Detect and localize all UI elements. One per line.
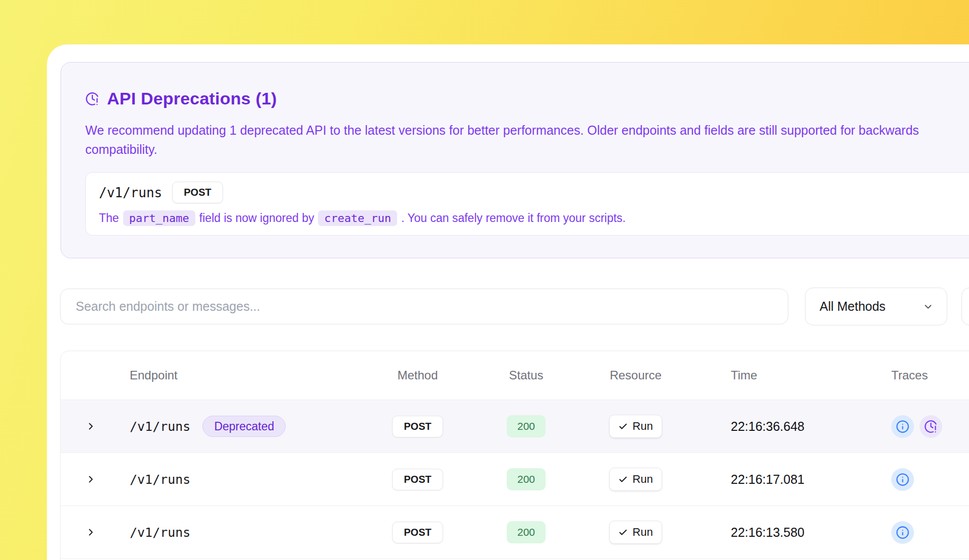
clock-alert-icon <box>85 92 99 106</box>
info-icon[interactable] <box>891 521 914 544</box>
table-row: /v1/runs POST 200 Run 22:16:13.580 <box>61 506 969 559</box>
endpoint-cell: /v1/runs <box>130 525 190 540</box>
chevron-down-icon <box>923 301 934 312</box>
deprecation-clock-icon[interactable] <box>920 415 942 438</box>
chevron-right-icon <box>85 421 96 432</box>
resource-badge: Run <box>609 415 662 438</box>
expand-row-button[interactable] <box>61 421 106 432</box>
description-line-2: compatibility. <box>85 140 969 159</box>
main-panel: API Deprecations (1) We recommend updati… <box>47 44 969 560</box>
resource-label: Run <box>632 473 653 486</box>
method-badge: POST <box>392 416 443 437</box>
time-cell: 22:16:36.648 <box>678 419 868 434</box>
method-filter-dropdown[interactable]: All Methods <box>805 288 947 325</box>
info-icon[interactable] <box>891 415 914 438</box>
method-badge: POST <box>392 522 443 543</box>
resource-badge: Run <box>609 521 662 544</box>
message-suffix: . You can safely remove it from your scr… <box>401 211 626 225</box>
search-input[interactable] <box>60 289 788 324</box>
check-icon <box>618 475 628 484</box>
endpoint-path: /v1/runs <box>99 185 162 200</box>
column-header-traces: Traces <box>868 368 969 382</box>
endpoint-method-badge: POST <box>172 182 223 203</box>
page-background: { "deprecation_card": { "title": "API De… <box>0 0 969 560</box>
message-middle: field is now ignored by <box>199 211 314 225</box>
deprecations-description: We recommend updating 1 deprecated API t… <box>85 121 969 159</box>
deprecated-badge: Deprecated <box>202 416 286 437</box>
column-header-time: Time <box>678 368 868 382</box>
endpoint-cell: /v1/runs <box>130 419 190 434</box>
api-deprecations-card: API Deprecations (1) We recommend updati… <box>61 62 969 258</box>
chevron-right-icon <box>85 527 96 538</box>
deprecated-endpoint-card: /v1/runs POST Thepart_namefield is now i… <box>85 172 969 236</box>
secondary-filter-button[interactable] <box>961 288 969 325</box>
endpoint-cell: /v1/runs <box>130 472 190 487</box>
column-header-status: Status <box>459 368 594 382</box>
filter-toolbar: All Methods <box>60 288 969 325</box>
status-badge: 200 <box>507 415 546 437</box>
info-icon[interactable] <box>891 468 914 491</box>
expand-row-button[interactable] <box>61 474 106 485</box>
code-chip-part-name: part_name <box>123 210 195 226</box>
message-prefix: The <box>99 211 119 225</box>
chevron-right-icon <box>85 474 96 485</box>
column-header-resource: Resource <box>594 368 678 382</box>
resource-badge: Run <box>609 468 662 491</box>
check-icon <box>618 422 628 431</box>
deprecations-title: API Deprecations (1) <box>107 89 277 108</box>
deprecated-endpoint-header: /v1/runs POST <box>99 182 969 203</box>
status-badge: 200 <box>507 468 546 490</box>
requests-table: Endpoint Method Status Resource Time Tra… <box>60 351 969 560</box>
method-badge: POST <box>392 469 443 490</box>
table-row: /v1/runs POST 200 Run 22:16:17.081 <box>61 453 969 506</box>
deprecations-header: API Deprecations (1) <box>85 89 969 108</box>
table-row: /v1/runs Deprecated POST 200 Run 22:16:3… <box>61 400 969 453</box>
resource-label: Run <box>632 420 653 433</box>
column-header-endpoint: Endpoint <box>106 368 376 382</box>
resource-label: Run <box>632 526 653 539</box>
check-icon <box>618 528 628 537</box>
table-header-row: Endpoint Method Status Resource Time Tra… <box>61 351 969 400</box>
time-cell: 22:16:17.081 <box>678 472 868 487</box>
code-chip-create-run: create_run <box>318 210 397 226</box>
method-filter-value: All Methods <box>820 299 886 314</box>
time-cell: 22:16:13.580 <box>678 525 868 540</box>
description-line-1: We recommend updating 1 deprecated API t… <box>85 121 969 140</box>
deprecation-message: Thepart_namefield is now ignored bycreat… <box>99 211 969 225</box>
expand-row-button[interactable] <box>61 527 106 538</box>
status-badge: 200 <box>507 521 546 543</box>
column-header-method: Method <box>376 368 459 382</box>
